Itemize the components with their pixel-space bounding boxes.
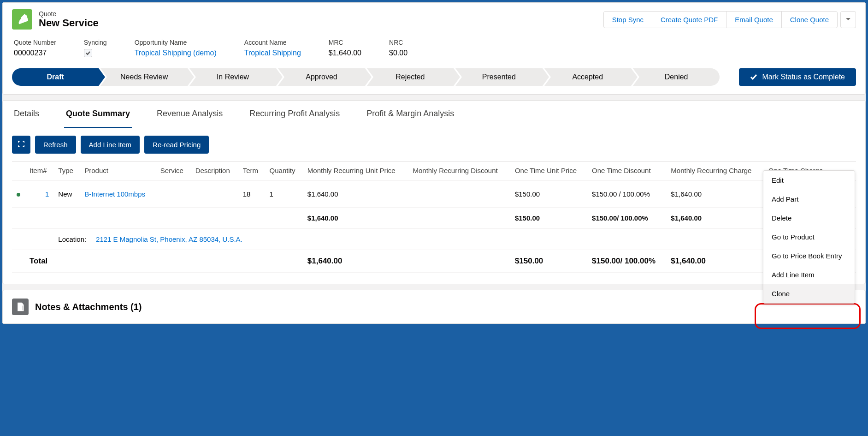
tab-revenue-analysis[interactable]: Revenue Analysis (155, 101, 224, 128)
reread-pricing-button[interactable]: Re-read Pricing (144, 136, 209, 154)
mrc-label: MRC (329, 39, 361, 46)
chevron-down-icon (845, 17, 851, 22)
add-line-item-button[interactable]: Add Line Item (81, 136, 140, 154)
menu-delete[interactable]: Delete (763, 209, 855, 227)
menu-go-pricebook[interactable]: Go to Price Book Entry (763, 246, 855, 265)
col-term: Term (238, 161, 265, 180)
col-item: Item# (25, 161, 53, 180)
svg-rect-0 (18, 303, 23, 311)
total-otd: $150.00/ 100.00% (587, 250, 666, 273)
total-label: Total (25, 250, 80, 273)
nrc-value: $0.00 (389, 49, 407, 57)
menu-add-line-item[interactable]: Add Line Item (763, 265, 855, 284)
header-more-button[interactable] (840, 11, 856, 28)
cell-mrd (408, 180, 510, 208)
subtotal-otu: $150.00 (510, 208, 587, 229)
syncing-checkbox (84, 49, 92, 57)
subtotal-row: $1,640.00 $150.00 $150.00/ 100.00% $1,64… (12, 208, 856, 229)
mark-status-complete-button[interactable]: Mark Status as Complete (739, 68, 856, 86)
col-mru: Monthly Recurring Unit Price (303, 161, 408, 180)
menu-go-product[interactable]: Go to Product (763, 227, 855, 246)
path-stage-rejected[interactable]: Rejected (367, 68, 454, 86)
cell-service (156, 180, 191, 208)
cell-otu: $150.00 (510, 180, 587, 208)
location-link[interactable]: 2121 E Magnolia St, Phoenix, AZ 85034, U… (96, 235, 242, 243)
expand-icon (18, 140, 25, 148)
col-description: Description (191, 161, 238, 180)
row-actions-menu: Edit Add Part Delete Go to Product Go to… (763, 170, 855, 304)
status-dot-icon (17, 193, 20, 197)
menu-edit[interactable]: Edit (763, 171, 855, 190)
location-row: Location: 2121 E Magnolia St, Phoenix, A… (12, 229, 856, 250)
refresh-button[interactable]: Refresh (35, 136, 76, 154)
cell-description (191, 180, 238, 208)
path-stage-accepted[interactable]: Accepted (544, 68, 631, 86)
cell-mrc: $1,640.00 (666, 180, 763, 208)
tab-bar: Details Quote Summary Revenue Analysis R… (3, 101, 865, 128)
mrc-value: $1,640.00 (329, 49, 361, 57)
tab-recurring-profit[interactable]: Recurring Profit Analysis (248, 101, 342, 128)
status-path: Draft Needs Review In Review Approved Re… (12, 68, 721, 86)
mark-complete-label: Mark Status as Complete (762, 73, 845, 81)
total-row: Total $1,640.00 $150.00 $150.00/ 100.00%… (12, 250, 856, 273)
line-items-table: Item# Type Product Service Description T… (12, 161, 856, 273)
col-otu: One Time Unit Price (510, 161, 587, 180)
syncing-label: Syncing (84, 39, 107, 46)
path-stage-presented[interactable]: Presented (455, 68, 542, 86)
check-icon (750, 73, 757, 81)
create-quote-pdf-button[interactable]: Create Quote PDF (652, 11, 726, 28)
menu-clone[interactable]: Clone (763, 284, 855, 303)
stop-sync-button[interactable]: Stop Sync (603, 11, 652, 28)
item-link[interactable]: 1 (45, 190, 49, 198)
nrc-label: NRC (389, 39, 407, 46)
quote-number-label: Quote Number (14, 39, 56, 46)
opportunity-link[interactable]: Tropical Shipping (demo) (135, 49, 217, 57)
cell-term: 18 (238, 180, 265, 208)
path-stage-draft[interactable]: Draft (12, 68, 99, 86)
highlight-annotation (755, 303, 861, 329)
clone-quote-button[interactable]: Clone Quote (781, 11, 838, 28)
quote-number-value: 00000237 (14, 49, 56, 57)
col-otd: One Time Discount (587, 161, 666, 180)
product-link[interactable]: B-Internet 100mbps (84, 190, 145, 198)
cell-mru: $1,640.00 (303, 180, 408, 208)
col-service: Service (156, 161, 191, 180)
account-label: Account Name (244, 39, 301, 46)
path-stage-needs-review[interactable]: Needs Review (100, 68, 187, 86)
col-type: Type (53, 161, 80, 180)
table-row: 1 New B-Internet 100mbps 18 1 $1,640.00 … (12, 180, 856, 208)
header-actions: Stop Sync Create Quote PDF Email Quote C… (603, 11, 856, 28)
tab-details[interactable]: Details (12, 101, 41, 128)
menu-add-part[interactable]: Add Part (763, 190, 855, 209)
total-otu: $150.00 (510, 250, 587, 273)
col-mrc: Monthly Recurring Charge (666, 161, 763, 180)
cell-type: New (53, 180, 80, 208)
cell-otd: $150.00 / 100.00% (587, 180, 666, 208)
col-mrd: Monthly Recurring Discount (408, 161, 510, 180)
col-qty: Quantity (265, 161, 303, 180)
total-mru: $1,640.00 (303, 250, 408, 273)
path-stage-denied[interactable]: Denied (633, 68, 720, 86)
subtotal-mrc: $1,640.00 (666, 208, 763, 229)
object-label: Quote (39, 10, 99, 18)
tab-quote-summary[interactable]: Quote Summary (64, 101, 132, 128)
total-mrc: $1,640.00 (666, 250, 763, 273)
col-product: Product (80, 161, 156, 180)
page-title: New Service (39, 18, 99, 29)
notes-icon (12, 299, 29, 315)
path-stage-approved[interactable]: Approved (278, 68, 365, 86)
account-link[interactable]: Tropical Shipping (244, 49, 301, 57)
notes-title[interactable]: Notes & Attachments (1) (35, 302, 142, 312)
location-label: Location: (58, 235, 86, 243)
subtotal-mru: $1,640.00 (303, 208, 408, 229)
col-status (12, 161, 25, 180)
email-quote-button[interactable]: Email Quote (726, 11, 782, 28)
subtotal-otd: $150.00/ 100.00% (587, 208, 666, 229)
path-stage-in-review[interactable]: In Review (189, 68, 276, 86)
quote-icon (12, 9, 32, 30)
tab-profit-margin[interactable]: Profit & Margin Analysis (365, 101, 456, 128)
expand-button[interactable] (12, 136, 30, 154)
opportunity-label: Opportunity Name (135, 39, 217, 46)
cell-qty: 1 (265, 180, 303, 208)
